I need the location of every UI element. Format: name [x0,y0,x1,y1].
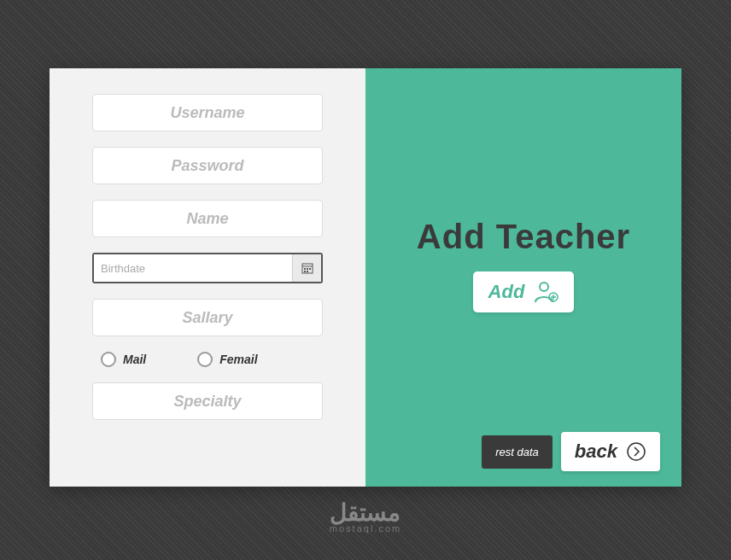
bottom-button-group: rest data back [482,432,660,471]
reset-button[interactable]: rest data [482,435,553,469]
svg-rect-3 [307,268,308,270]
user-plus-icon [533,280,558,304]
main-container: Mail Femail Add Teacher Add rest data ba… [50,68,681,487]
svg-point-7 [540,283,548,291]
page-title: Add Teacher [417,218,630,256]
male-radio[interactable]: Mail [101,352,146,367]
calendar-button[interactable] [292,254,321,282]
radio-icon [101,352,116,367]
male-label: Mail [123,353,146,366]
chevron-right-icon [626,441,646,462]
svg-point-11 [628,443,645,460]
radio-icon [197,352,213,367]
gender-radio-group: Mail Femail [92,352,323,367]
back-button-label: back [575,440,617,463]
action-panel: Add Teacher Add rest data back [366,68,681,487]
svg-rect-4 [309,268,311,270]
name-input[interactable] [92,200,323,237]
svg-rect-6 [307,271,308,272]
female-radio[interactable]: Femail [197,352,257,367]
calendar-icon [301,262,313,274]
salary-input[interactable] [92,299,323,336]
specialty-input[interactable] [92,382,323,420]
back-button[interactable]: back [561,432,660,471]
svg-rect-2 [304,268,306,270]
birthdate-input[interactable] [94,254,292,282]
logo-subtitle: mostaql.com [330,523,401,534]
footer-logo: مستقل mostaql.com [330,499,401,534]
add-button-label: Add [488,281,525,303]
birthdate-picker[interactable] [92,253,323,283]
username-input[interactable] [92,94,323,131]
form-panel: Mail Femail [50,68,366,487]
svg-rect-5 [304,271,306,272]
add-button[interactable]: Add [473,271,575,312]
password-input[interactable] [92,147,323,184]
female-label: Femail [219,353,257,366]
